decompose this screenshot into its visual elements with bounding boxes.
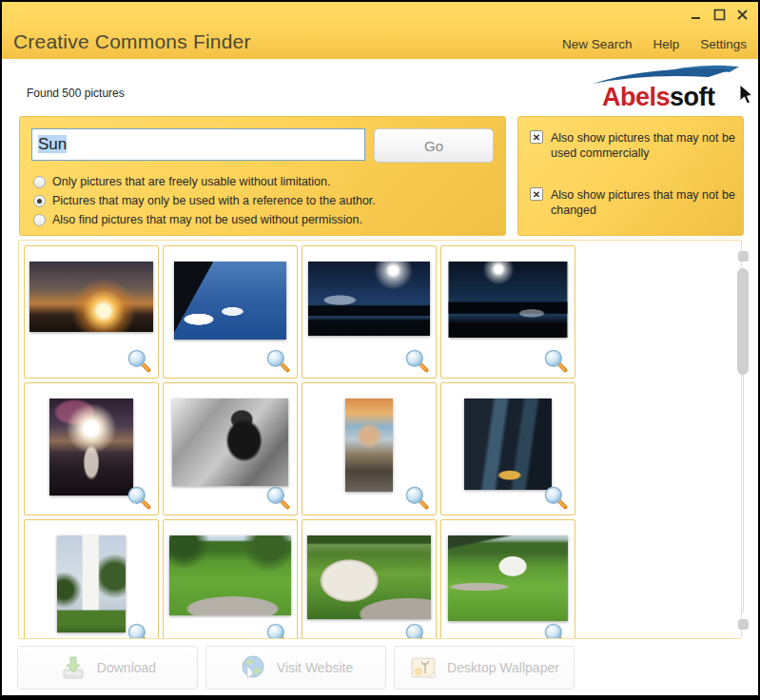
license-option-0[interactable]: Only pictures that are freely usable wit… (33, 172, 376, 191)
picture-tile[interactable] (302, 519, 437, 639)
maximize-icon[interactable] (713, 9, 726, 21)
app-window: Creative Commons Finder New Search Help … (0, 0, 760, 700)
abelssoft-logo: Abelssoft (585, 62, 754, 113)
picture-thumbnail (448, 535, 568, 621)
license-radio-1[interactable] (33, 195, 46, 207)
magnifier-icon[interactable] (543, 485, 568, 510)
scrollbar-up-button[interactable] (738, 251, 749, 262)
nav-new-search[interactable]: New Search (562, 37, 633, 51)
filter-option-1[interactable]: Also show pictures that may not be chang… (530, 187, 737, 218)
magnifier-icon[interactable] (265, 348, 290, 373)
magnifier-icon[interactable] (127, 622, 151, 639)
desktop-wallpaper-button[interactable]: Desktop Wallpaper (394, 646, 575, 690)
grid-scrollbar (737, 247, 750, 632)
picture-thumbnail (307, 535, 431, 619)
globe-icon (239, 653, 267, 682)
results-count: Found 500 pictures (27, 87, 125, 100)
search-panel: Sun Go Only pictures that are freely usa… (19, 116, 506, 236)
license-options: Only pictures that are freely usable wit… (33, 172, 376, 229)
scrollbar-down-button[interactable] (738, 619, 749, 630)
magnifier-icon[interactable] (265, 485, 290, 510)
logo-cursor-icon (737, 85, 752, 106)
picture-tile[interactable] (302, 245, 437, 379)
picture-tile[interactable] (302, 382, 437, 515)
wallpaper-icon (409, 653, 438, 682)
picture-thumbnail (345, 399, 393, 492)
go-button[interactable]: Go (374, 128, 494, 163)
magnifier-icon[interactable] (543, 622, 568, 639)
nav-settings[interactable]: Settings (700, 37, 747, 51)
picture-tile[interactable] (24, 245, 159, 379)
download-button[interactable]: Download (17, 646, 198, 690)
logo-text-primary: Abels (602, 83, 670, 111)
magnifier-icon[interactable] (265, 622, 290, 639)
picture-thumbnail (49, 399, 133, 496)
minimize-icon[interactable] (691, 9, 703, 21)
page-title: Creative Commons Finder (13, 30, 251, 53)
scrollbar-thumb[interactable] (737, 268, 749, 375)
logo-text-secondary: soft (670, 83, 715, 111)
magnifier-icon[interactable] (543, 348, 568, 373)
picture-tile[interactable] (24, 382, 159, 515)
picture-thumbnail (174, 262, 286, 340)
picture-tile[interactable] (163, 519, 298, 639)
magnifier-icon[interactable] (404, 485, 429, 510)
footer-bar: Download Visit Website Desktop Wallpaper (2, 640, 758, 695)
license-option-1[interactable]: Pictures that may only be used with a re… (33, 191, 376, 210)
close-icon[interactable] (736, 9, 749, 21)
search-query-text: Sun (38, 135, 67, 153)
filter-checkbox-0[interactable] (530, 130, 543, 144)
download-icon (59, 653, 88, 682)
picture-grid (18, 240, 742, 639)
picture-thumbnail (308, 262, 430, 336)
visit-website-button[interactable]: Visit Website (205, 646, 386, 690)
window-controls (691, 9, 749, 21)
picture-thumbnail (449, 262, 568, 338)
picture-thumbnail (172, 399, 288, 486)
nav-help[interactable]: Help (653, 37, 679, 51)
picture-thumbnail (169, 535, 291, 615)
search-input[interactable]: Sun (31, 128, 365, 161)
magnifier-icon[interactable] (404, 622, 429, 639)
filter-panel: Also show pictures that may not be used … (517, 116, 744, 236)
app-header: Creative Commons Finder New Search Help … (2, 2, 758, 59)
picture-tile[interactable] (440, 382, 575, 515)
picture-tile[interactable] (24, 519, 159, 639)
picture-thumbnail (29, 262, 153, 332)
license-option-2[interactable]: Also find pictures that may not be used … (33, 210, 376, 229)
picture-tile[interactable] (163, 245, 298, 379)
picture-tile[interactable] (440, 519, 575, 639)
filter-option-0[interactable]: Also show pictures that may not be used … (530, 130, 737, 161)
filter-checkbox-1[interactable] (530, 187, 543, 201)
picture-thumbnail (57, 535, 126, 632)
picture-thumbnail (464, 399, 552, 490)
picture-tile[interactable] (163, 382, 298, 515)
magnifier-icon[interactable] (404, 348, 429, 373)
magnifier-icon[interactable] (127, 348, 151, 373)
logo-swoosh-icon (591, 62, 743, 85)
license-radio-0[interactable] (33, 176, 46, 188)
picture-tile[interactable] (440, 245, 575, 379)
license-radio-2[interactable] (33, 214, 46, 226)
magnifier-icon[interactable] (127, 485, 151, 510)
